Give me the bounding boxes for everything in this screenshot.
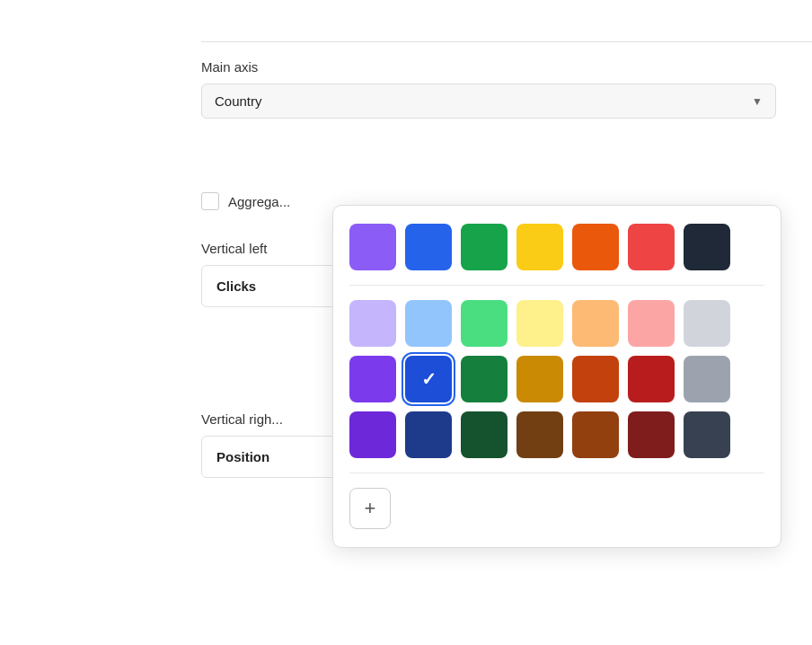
main-axis-label: Main axis	[201, 59, 776, 75]
aggregate-checkbox[interactable]	[201, 192, 219, 210]
color-swatch[interactable]	[461, 300, 508, 347]
color-row-3: ✓	[349, 356, 764, 402]
add-color-button[interactable]: +	[349, 488, 391, 529]
color-swatch[interactable]	[349, 300, 396, 347]
color-swatch[interactable]	[405, 411, 452, 458]
color-picker-popup: ✓ +	[332, 205, 781, 548]
color-swatch[interactable]	[572, 411, 619, 458]
plus-icon: +	[365, 497, 376, 520]
color-swatch[interactable]	[516, 224, 563, 270]
color-swatch[interactable]	[461, 224, 508, 270]
aggregate-label: Aggrega...	[228, 194, 290, 209]
color-divider-2	[349, 473, 764, 473]
color-swatch[interactable]	[572, 224, 619, 270]
color-swatch[interactable]	[349, 356, 396, 402]
dropdown-value: Country	[215, 93, 262, 109]
color-swatch[interactable]	[461, 356, 508, 402]
color-swatch[interactable]	[684, 356, 730, 402]
color-swatch-selected[interactable]: ✓	[405, 356, 452, 402]
color-swatch[interactable]	[461, 411, 508, 458]
color-swatch[interactable]	[349, 224, 396, 270]
color-swatch[interactable]	[516, 356, 563, 402]
color-swatch[interactable]	[628, 224, 675, 270]
color-divider	[349, 285, 764, 286]
color-swatch[interactable]	[684, 411, 730, 458]
color-swatch[interactable]	[572, 300, 619, 347]
clicks-label: Clicks	[216, 278, 256, 294]
country-dropdown[interactable]: Country ▼	[201, 84, 776, 119]
color-swatch[interactable]	[405, 224, 452, 270]
color-swatch[interactable]	[684, 300, 730, 347]
position-label: Position	[216, 449, 269, 464]
color-swatch[interactable]	[628, 300, 675, 347]
color-swatch[interactable]	[349, 411, 396, 458]
color-swatch[interactable]	[628, 411, 675, 458]
color-row-1	[349, 224, 764, 270]
color-swatch[interactable]	[684, 224, 730, 270]
color-row-2	[349, 300, 764, 347]
color-swatch[interactable]	[572, 356, 619, 402]
color-swatch[interactable]	[405, 300, 452, 347]
main-panel: Main axis Country ▼ Aggrega... Vertical …	[0, 0, 812, 645]
color-swatch[interactable]	[516, 411, 563, 458]
chevron-down-icon: ▼	[752, 95, 763, 108]
color-swatch[interactable]	[628, 356, 675, 402]
checkmark-icon: ✓	[421, 368, 437, 390]
main-axis-section: Main axis Country ▼	[201, 59, 776, 119]
top-divider	[201, 41, 812, 42]
color-row-4	[349, 411, 764, 458]
color-swatch[interactable]	[516, 300, 563, 347]
